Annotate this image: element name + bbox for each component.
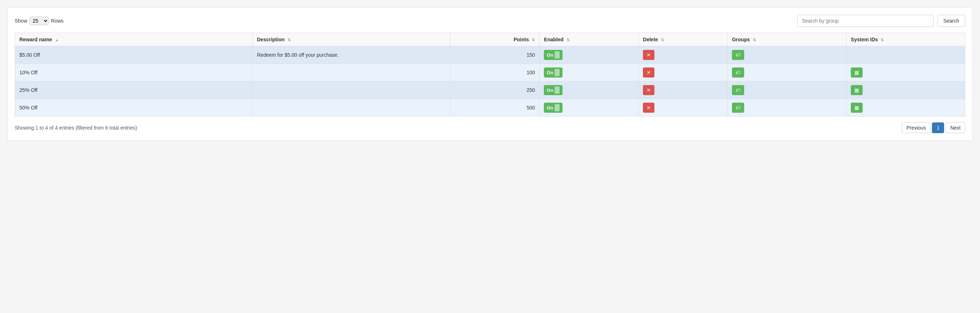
col-header-groups[interactable]: Groups ⇅ — [728, 33, 846, 46]
cell-description — [252, 99, 450, 117]
pagination: Previous 1 Next — [902, 122, 965, 133]
delete-button[interactable]: ✕ — [643, 50, 654, 60]
cell-points: 250 — [450, 81, 539, 99]
cell-groups: 🏷 — [728, 81, 846, 99]
col-header-system-ids[interactable]: System IDs ⇅ — [846, 33, 965, 46]
enabled-toggle[interactable]: On — [544, 85, 563, 95]
entries-info: Showing 1 to 4 of 4 entries (filtered fr… — [15, 125, 137, 131]
cell-description — [252, 81, 450, 99]
cell-system-ids: ▦ — [846, 81, 965, 99]
sort-icon-enabled: ⇅ — [566, 38, 570, 42]
toggle-handle — [555, 69, 560, 76]
groups-button[interactable]: 🏷 — [732, 103, 744, 113]
cell-reward-name: 50% Off — [15, 99, 253, 117]
sort-icon-sysid: ⇅ — [881, 38, 884, 42]
search-area: Search — [797, 15, 965, 27]
cell-description: Redeem for $5.00 off your purchase. — [252, 46, 450, 64]
tag-icon: 🏷 — [735, 105, 741, 111]
table-row: 25% Off250On✕🏷▦ — [15, 81, 965, 99]
groups-button[interactable]: 🏷 — [732, 67, 744, 78]
bottom-bar: Showing 1 to 4 of 4 entries (filtered fr… — [15, 122, 965, 133]
cell-delete: ✕ — [639, 99, 728, 117]
sort-icon-groups: ⇅ — [753, 38, 756, 42]
groups-button[interactable]: 🏷 — [732, 50, 744, 60]
enabled-label: On — [547, 87, 553, 93]
groups-button[interactable]: 🏷 — [732, 85, 744, 95]
cell-enabled: On — [539, 46, 639, 64]
table-row: 50% Off500On✕🏷▦ — [15, 99, 965, 117]
rows-label: Rows — [51, 18, 64, 24]
sysid-button[interactable]: ▦ — [851, 67, 862, 78]
cell-enabled: On — [539, 64, 639, 81]
cell-groups: 🏷 — [728, 46, 846, 64]
cell-enabled: On — [539, 99, 639, 117]
search-group-input[interactable] — [797, 15, 934, 27]
cell-delete: ✕ — [639, 64, 728, 81]
tag-icon: 🏷 — [735, 52, 741, 58]
enabled-label: On — [547, 52, 553, 58]
enabled-label: On — [547, 70, 553, 75]
delete-button[interactable]: ✕ — [643, 85, 654, 95]
enabled-toggle[interactable]: On — [544, 67, 563, 78]
delete-button[interactable]: ✕ — [643, 67, 654, 78]
cell-system-ids — [846, 46, 965, 64]
col-header-reward-name[interactable]: Reward name ▲ — [15, 33, 253, 46]
enabled-label: On — [547, 105, 553, 111]
col-header-delete[interactable]: Delete ⇅ — [639, 33, 728, 46]
toggle-handle — [555, 86, 560, 94]
sort-icon-reward: ▲ — [55, 38, 59, 42]
table-row: 10% Off100On✕🏷▦ — [15, 64, 965, 81]
sysid-button[interactable]: ▦ — [851, 103, 862, 113]
cell-groups: 🏷 — [728, 64, 846, 81]
next-button[interactable]: Next — [945, 122, 965, 133]
barcode-icon: ▦ — [854, 105, 859, 111]
toggle-handle — [555, 51, 560, 59]
cell-reward-name: 10% Off — [15, 64, 253, 81]
page-wrapper: Show 25 10 50 100 Rows Search Reward nam… — [7, 7, 973, 141]
delete-icon: ✕ — [646, 70, 651, 75]
tag-icon: 🏷 — [735, 87, 741, 93]
search-button[interactable]: Search — [937, 15, 965, 27]
cell-description — [252, 64, 450, 81]
barcode-icon: ▦ — [854, 70, 859, 75]
cell-points: 150 — [450, 46, 539, 64]
delete-button[interactable]: ✕ — [643, 103, 654, 113]
rewards-table: Reward name ▲ Description ⇅ Points ⇅ Ena… — [15, 33, 965, 117]
col-header-description[interactable]: Description ⇅ — [252, 33, 450, 46]
table-row: $5.00 OffRedeem for $5.00 off your purch… — [15, 46, 965, 64]
cell-reward-name: 25% Off — [15, 81, 253, 99]
rows-select[interactable]: 25 10 50 100 — [29, 16, 49, 25]
cell-groups: 🏷 — [728, 99, 846, 117]
delete-icon: ✕ — [646, 87, 651, 93]
sort-icon-desc: ⇅ — [288, 38, 291, 42]
sysid-button[interactable]: ▦ — [851, 85, 862, 95]
top-controls: Show 25 10 50 100 Rows Search — [15, 15, 965, 27]
delete-icon: ✕ — [646, 52, 651, 58]
cell-delete: ✕ — [639, 46, 728, 64]
cell-system-ids: ▦ — [846, 64, 965, 81]
page-1-button[interactable]: 1 — [932, 122, 944, 133]
cell-reward-name: $5.00 Off — [15, 46, 253, 64]
cell-points: 100 — [450, 64, 539, 81]
delete-icon: ✕ — [646, 105, 651, 111]
cell-enabled: On — [539, 81, 639, 99]
cell-system-ids: ▦ — [846, 99, 965, 117]
table-body: $5.00 OffRedeem for $5.00 off your purch… — [15, 46, 965, 117]
toggle-handle — [555, 104, 560, 111]
col-header-points[interactable]: Points ⇅ — [450, 33, 539, 46]
table-header: Reward name ▲ Description ⇅ Points ⇅ Ena… — [15, 33, 965, 46]
sort-icon-points: ⇅ — [531, 38, 535, 42]
sort-icon-delete: ⇅ — [661, 38, 664, 42]
enabled-toggle[interactable]: On — [544, 103, 563, 113]
col-header-enabled[interactable]: Enabled ⇅ — [539, 33, 639, 46]
cell-delete: ✕ — [639, 81, 728, 99]
cell-points: 500 — [450, 99, 539, 117]
previous-button[interactable]: Previous — [902, 122, 931, 133]
show-label: Show — [15, 18, 27, 24]
show-rows-control: Show 25 10 50 100 Rows — [15, 16, 64, 25]
barcode-icon: ▦ — [854, 87, 859, 93]
enabled-toggle[interactable]: On — [544, 50, 563, 60]
tag-icon: 🏷 — [735, 70, 741, 75]
